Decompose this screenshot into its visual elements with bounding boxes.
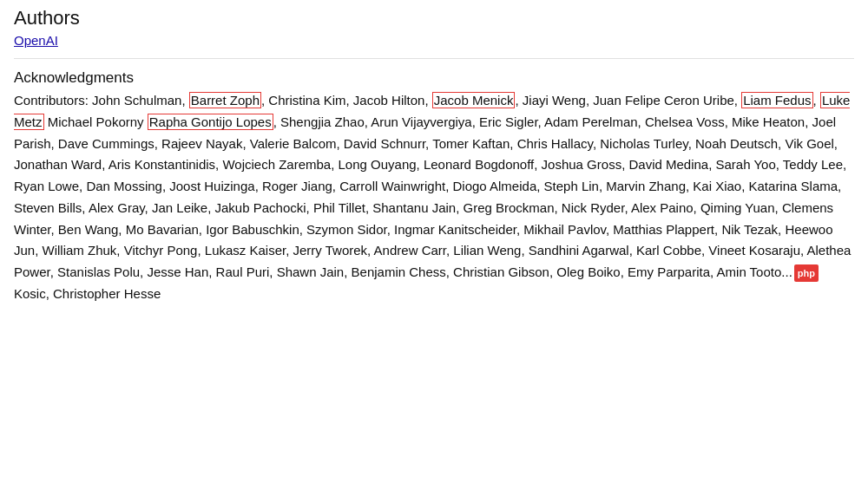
acknowledgments-title: Acknowledgments: [14, 69, 854, 87]
contributors-text: Contributors: John Schulman, Barret Zoph…: [14, 90, 854, 305]
openai-link[interactable]: OpenAI: [14, 33, 58, 48]
acknowledgments-section: Acknowledgments Contributors: John Schul…: [14, 69, 854, 305]
authors-section: Authors OpenAI: [14, 7, 854, 48]
highlighted-jacob-menick: Jacob Menick: [432, 92, 516, 108]
authors-title: Authors: [14, 7, 854, 29]
php-badge: php: [794, 264, 819, 282]
highlighted-rapha-gontijo-lopes: Rapha Gontijo Lopes: [148, 114, 273, 130]
contributors-label: Contributors:: [14, 93, 92, 108]
truncated-name: ...: [781, 264, 792, 279]
highlighted-liam-fedus: Liam Fedus: [741, 92, 812, 108]
section-divider: [14, 58, 854, 59]
highlighted-barret-zoph: Barret Zoph: [189, 92, 261, 108]
